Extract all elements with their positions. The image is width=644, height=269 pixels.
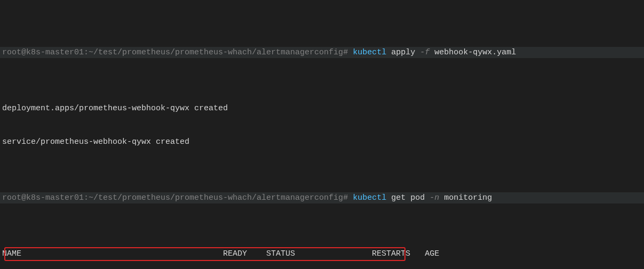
output-line: deployment.apps/prometheus-webhook-qywx … [2,103,642,114]
terminal[interactable]: root@k8s-master01:~/test/prometheus/prom… [0,0,644,269]
prompt-user-host: root@k8s-master01 [2,48,84,57]
table-header: NAME READY STATUS RESTARTS AGE [2,248,642,259]
cmd-arg: webhook-qywx.yaml [430,48,516,57]
cmd-line: root@k8s-master01:~/test/prometheus/prom… [0,47,644,58]
cmd-kubectl: kubectl [353,48,386,57]
cmd-flag: -f [420,48,430,57]
output-line: service/prometheus-webhook-qywx created [2,136,642,148]
prompt-path: ~/test/prometheus/prometheus-whach/alert… [89,48,343,57]
cmd-line: root@k8s-master01:~/test/prometheus/prom… [0,192,644,203]
